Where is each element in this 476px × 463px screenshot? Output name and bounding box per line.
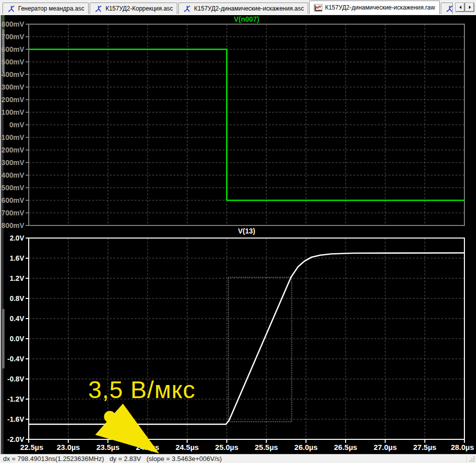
schematic-icon [94,5,103,13]
svg-text:26.5µs: 26.5µs [334,443,357,451]
svg-text:0mV: 0mV [9,121,24,129]
pane-title: V(13) [238,227,255,235]
schematic-icon [183,5,191,13]
tab[interactable]: К157УД2-динамические-искажения.asc [178,3,308,14]
svg-text:-200mV: -200mV [0,146,25,154]
svg-text:400mV: 400mV [2,70,25,79]
svg-text:800mV: 800mV [2,20,25,28]
svg-text:0.0V: 0.0V [10,335,24,343]
svg-text:300mV: 300mV [2,83,25,91]
svg-text:23.0µs: 23.0µs [57,443,80,451]
tab-bar: Генератор меандра.ascК157УД2-Коррекция.a… [0,0,476,15]
annotation-text: 3,5 В/мкс [88,377,195,403]
tab-scroll-right-button[interactable] [465,3,474,12]
status-separator [466,455,467,462]
plot-canvas[interactable]: 800mV700mV600mV500mV400mV300mV200mV100mV… [0,15,476,454]
svg-text:-0.8V: -0.8V [8,375,25,383]
svg-text:200mV: 200mV [2,96,25,104]
svg-text:26.0µs: 26.0µs [294,443,317,451]
svg-text:600mV: 600mV [2,45,25,53]
tab-label: Генератор меандра.asc [18,5,84,12]
svg-text:-300mV: -300mV [0,159,25,167]
svg-text:-1.6V: -1.6V [8,415,25,423]
svg-text:-700mV: -700mV [0,209,25,217]
tab-scroll-controls [454,3,476,14]
svg-text:27.0µs: 27.0µs [374,443,397,451]
svg-text:-2.0V: -2.0V [8,435,25,443]
svg-text:-800mV: -800mV [0,221,25,229]
svg-text:1.6V: 1.6V [10,254,24,262]
svg-text:2.0V: 2.0V [10,234,24,242]
tab-strip: Генератор меандра.ascК157УД2-Коррекция.a… [0,0,454,14]
ltspice-window: Генератор меандра.ascК157УД2-Коррекция.a… [0,0,476,463]
svg-text:500mV: 500mV [2,58,25,66]
svg-text:1.2V: 1.2V [10,274,24,282]
svg-text:25.5µs: 25.5µs [255,443,278,451]
svg-text:24.5µs: 24.5µs [175,443,198,451]
left-arrow-icon [458,5,462,10]
svg-text:-100mV: -100mV [0,133,25,141]
tab[interactable]: Генератор меандра.asc [3,3,89,14]
svg-text:-600mV: -600mV [0,196,25,204]
tab-label: К157УД2-динамические-искажения.asc [194,5,304,12]
svg-text:0.4V: 0.4V [10,315,24,323]
tab-scroll-left-button[interactable] [456,3,464,12]
svg-text:25.0µs: 25.0µs [215,443,238,451]
tab[interactable]: УК Кенвуд-Сухов- [441,3,453,14]
schematic-icon [7,5,16,13]
right-arrow-icon [468,5,472,10]
svg-text:22.5µs: 22.5µs [20,443,43,451]
tab-label: К157УД2-Коррекция.asc [105,5,173,12]
tab[interactable]: К157УД2-Коррекция.asc [90,3,177,14]
svg-text:700mV: 700mV [2,33,25,41]
pane-title: V(n007) [234,15,259,23]
svg-text:-1.2V: -1.2V [8,395,25,403]
resize-grip[interactable] [469,456,475,462]
upper-plot-pane[interactable]: 800mV700mV600mV500mV400mV300mV200mV100mV… [0,15,464,229]
svg-text:27.5µs: 27.5µs [413,443,436,451]
svg-text:23.5µs: 23.5µs [96,443,119,451]
svg-text:-0.4V: -0.4V [8,355,25,363]
svg-text:-400mV: -400mV [0,171,25,179]
status-text: dx = 798.49013ns(1.2523636MHz) dy = 2.83… [0,455,222,462]
schematic-icon [445,5,453,13]
waveform-icon [314,4,322,12]
tab[interactable]: К157УД2-динамические-искажения.raw [309,1,440,14]
tab-label: К157УД2-динамические-искажения.raw [325,4,435,11]
svg-text:0.8V: 0.8V [10,294,24,302]
status-bar: dx = 798.49013ns(1.2523636MHz) dy = 2.83… [0,454,476,463]
svg-text:100mV: 100mV [2,108,25,116]
svg-text:-500mV: -500mV [0,184,25,192]
lower-plot-pane[interactable]: 2.0V1.6V1.2V0.8V0.4V0.0V-0.4V-0.8V-1.2V-… [8,227,474,451]
waveform-viewer[interactable]: 800mV700mV600mV500mV400mV300mV200mV100mV… [0,15,476,454]
svg-text:28.0µs: 28.0µs [451,443,474,451]
